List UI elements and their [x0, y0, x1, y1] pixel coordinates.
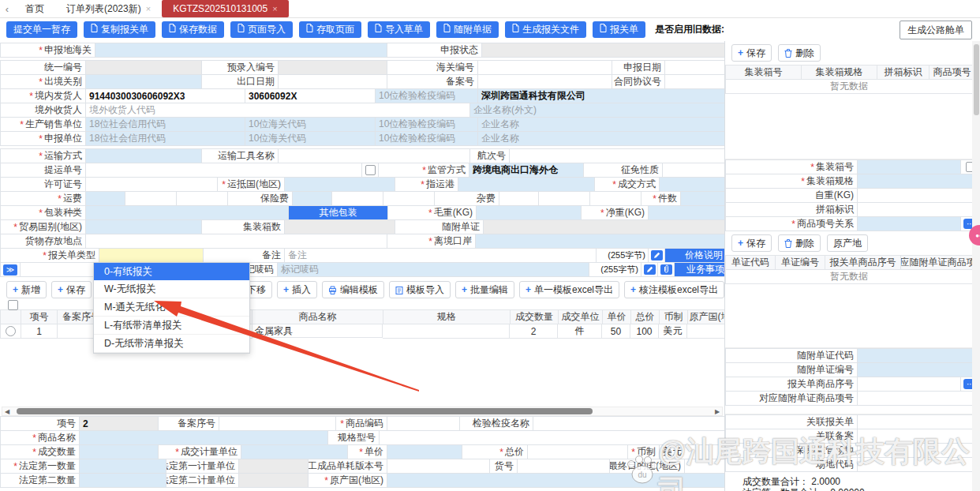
field-input[interactable]: 18位社会信用代码	[86, 132, 245, 146]
field-input[interactable]: 10位检验检疫编码	[376, 118, 478, 132]
field-input[interactable]	[279, 61, 387, 75]
field-input[interactable]	[858, 415, 980, 429]
field-input[interactable]	[285, 178, 395, 192]
field-input[interactable]	[858, 429, 980, 444]
field-input[interactable]	[499, 192, 539, 206]
field-input[interactable]	[478, 75, 612, 89]
items-toolbar-button[interactable]: +插入	[277, 281, 317, 298]
field-input[interactable]	[858, 160, 961, 174]
field-input[interactable]: 18位社会信用代码	[86, 118, 245, 132]
field-input[interactable]	[239, 459, 309, 474]
items-toolbar-button[interactable]: 编辑模板	[322, 281, 384, 298]
field-input[interactable]	[86, 61, 202, 75]
field-input[interactable]: 2	[80, 417, 159, 431]
toolbar-button[interactable]: 随附单据	[436, 21, 499, 38]
items-toolbar-button[interactable]: +批量编辑	[455, 281, 514, 298]
tab-item[interactable]: 订单列表(2023新)×	[55, 0, 162, 17]
toolbar-button[interactable]: 导入草单	[368, 21, 430, 38]
generate-road-manifest-button[interactable]: 生成公路舱单	[900, 21, 972, 39]
field-input[interactable]	[387, 474, 746, 488]
field-input[interactable]	[86, 163, 362, 178]
row-radio[interactable]	[6, 326, 16, 336]
field-input[interactable]	[86, 75, 202, 89]
field-input[interactable]	[241, 445, 348, 459]
field-input[interactable]	[177, 192, 228, 206]
declaration-type-input[interactable]	[99, 249, 204, 263]
field-input[interactable]	[293, 192, 332, 206]
clip-chip[interactable]	[658, 263, 675, 277]
toolbar-button[interactable]: 页面导入	[230, 21, 293, 38]
field-input[interactable]	[533, 417, 737, 431]
field-input[interactable]	[86, 234, 387, 249]
field-input[interactable]	[383, 192, 435, 206]
scrollbar-thumb[interactable]	[17, 408, 593, 414]
checkbox-cell[interactable]	[362, 163, 379, 178]
declare-customs-input[interactable]	[95, 43, 387, 58]
field-input[interactable]	[858, 392, 980, 406]
clip-button[interactable]	[660, 264, 672, 275]
field-input[interactable]: 企业名称	[478, 132, 742, 146]
close-icon[interactable]: ×	[146, 0, 151, 17]
field-input[interactable]: 跨境电商出口海外仓	[469, 163, 584, 178]
field-input[interactable]	[858, 189, 980, 203]
field-input[interactable]	[279, 149, 470, 163]
field-input[interactable]	[858, 349, 980, 363]
dropdown-option[interactable]: L-有纸带清单报关	[94, 317, 249, 335]
dropdown-option[interactable]: W-无纸报关	[94, 280, 249, 298]
field-input[interactable]: 企业名称(外文)	[470, 103, 735, 118]
field-input[interactable]	[86, 178, 218, 192]
other-packaging-button[interactable]: 其他包装	[289, 206, 388, 220]
field-input[interactable]	[80, 474, 166, 488]
toolbar-button[interactable]: 存取页面	[299, 21, 361, 38]
field-input[interactable]	[86, 192, 125, 206]
field-input[interactable]: 备注	[285, 249, 597, 263]
close-icon[interactable]: ×	[272, 0, 277, 17]
expander-cell[interactable]: ≫	[1, 263, 21, 277]
field-input[interactable]	[478, 61, 612, 75]
field-input[interactable]: 9144030030606092X3	[86, 89, 245, 103]
pencil-button[interactable]	[651, 250, 663, 260]
field-input[interactable]	[510, 149, 731, 163]
toolbar-button[interactable]: 提交单一暂存	[6, 21, 77, 38]
dropdown-option[interactable]: 0-有纸报关	[94, 263, 249, 280]
field-input[interactable]: 深圳跨国通科技有限公司	[478, 89, 742, 103]
field-input[interactable]	[387, 417, 460, 431]
field-input[interactable]: 10位检验检疫编码	[376, 132, 478, 146]
field-input[interactable]	[858, 377, 961, 392]
field-input[interactable]	[86, 149, 202, 163]
field-input[interactable]	[80, 431, 328, 445]
field-input[interactable]: 10位海关代码	[245, 118, 376, 132]
field-input[interactable]	[528, 445, 628, 459]
field-input[interactable]: 企业名称	[478, 118, 742, 132]
field-input[interactable]	[858, 203, 980, 217]
field-input[interactable]	[219, 417, 336, 431]
field-input[interactable]	[80, 459, 166, 474]
tab-item[interactable]: 首页	[14, 0, 55, 17]
toolbar-button[interactable]: 保存数据	[162, 21, 224, 38]
field-input[interactable]	[858, 363, 980, 377]
field-input[interactable]	[477, 206, 582, 220]
vertical-scrollbar[interactable]	[972, 41, 980, 491]
field-input[interactable]	[858, 444, 980, 458]
field-input[interactable]: 10位海关代码	[245, 132, 376, 146]
scroll-left-icon[interactable]: ◀	[2, 408, 12, 415]
field-input[interactable]: 30606092X	[245, 89, 376, 103]
field-input[interactable]	[858, 217, 961, 231]
toolbar-button[interactable]: 生成报关文件	[505, 21, 586, 38]
field-input[interactable]: 10位检验检疫编码	[376, 89, 478, 103]
items-toolbar-button[interactable]: +新增	[6, 281, 47, 298]
field-input[interactable]	[80, 445, 159, 459]
field-input[interactable]	[285, 220, 395, 234]
pencil-chip[interactable]	[641, 263, 658, 277]
scrollbar-thumb[interactable]	[974, 44, 979, 115]
dropdown-option[interactable]: M-通关无纸化	[94, 298, 249, 317]
field-input[interactable]	[125, 192, 177, 206]
field-input[interactable]	[239, 474, 309, 488]
items-toolbar-button[interactable]: +核注模板excel导出	[624, 281, 724, 298]
field-input[interactable]: 标记唛码	[278, 263, 589, 277]
field-input[interactable]	[518, 459, 610, 474]
field-input[interactable]	[858, 458, 980, 472]
field-input[interactable]	[332, 192, 383, 206]
field-input[interactable]	[279, 75, 387, 89]
pencil-button[interactable]	[644, 264, 656, 275]
